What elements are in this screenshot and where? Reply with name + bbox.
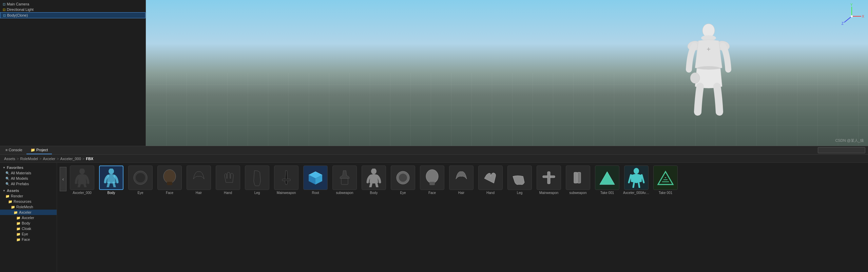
asset-item-leg[interactable]: Leg xyxy=(244,166,271,195)
asset-thumb-eye2 xyxy=(391,166,415,190)
svg-rect-20 xyxy=(167,182,172,185)
asset-item-leg2[interactable]: Leg xyxy=(506,166,533,195)
camera-icon: ⊡ xyxy=(3,2,5,6)
asset-thumb-hand xyxy=(216,166,240,190)
sidebar-item-resources[interactable]: 📁 Resources xyxy=(0,199,57,204)
asset-thumb-mainweapon2 xyxy=(537,166,561,190)
asset-thumb-body xyxy=(99,166,123,190)
folder-icon-render: 📁 xyxy=(5,194,9,198)
breadcrumb: Assets > RoleModel > Axceler > Axceler_0… xyxy=(0,155,868,163)
asset-thumb-face xyxy=(157,166,182,190)
folder-icon-resources: 📁 xyxy=(8,200,12,203)
asset-label-mainweapon2: Mainweapon xyxy=(539,191,559,195)
svg-point-31 xyxy=(426,170,438,183)
asset-label-take001: Take 001 xyxy=(600,191,614,195)
asset-item-take001[interactable]: Take 001 xyxy=(594,166,621,195)
asset-item-subweapon2[interactable]: subweapon xyxy=(564,166,592,195)
favorites-header: ▼ Favorites xyxy=(0,165,57,170)
svg-line-12 xyxy=(844,16,852,22)
asset-label-hand: Hand xyxy=(224,191,232,195)
sidebar-item-axceler[interactable]: 📁 Axceler xyxy=(0,210,57,215)
svg-line-40 xyxy=(642,175,644,182)
assets-triangle: ▼ xyxy=(3,189,5,192)
project-area: Assets > RoleModel > Axceler > Axceler_0… xyxy=(0,155,868,272)
sidebar-item-rolemesh[interactable]: 📁 RoleMesh xyxy=(0,204,57,210)
asset-item-body[interactable]: Body xyxy=(98,166,125,195)
asset-item-take001-2[interactable]: Take 001 xyxy=(652,166,679,195)
asset-label-leg: Leg xyxy=(254,191,260,195)
asset-item-face2[interactable]: Face xyxy=(419,166,446,195)
sidebar-item-face[interactable]: 📁 Face xyxy=(0,237,57,242)
asset-label-hand2: Hand xyxy=(486,191,495,195)
asset-item-mainweapon[interactable]: Mainweapon xyxy=(273,166,300,195)
hierarchy-item-main-camera[interactable]: ⊡ Main Camera xyxy=(0,1,146,7)
asset-label-eye2: Eye xyxy=(400,191,406,195)
asset-label-face2: Face xyxy=(428,191,436,195)
asset-item-hand[interactable]: Hand xyxy=(214,166,242,195)
sidebar-item-render[interactable]: 📁 Render xyxy=(0,193,57,199)
asset-label-leg2: Leg xyxy=(517,191,523,195)
svg-text:X: X xyxy=(862,15,864,18)
asset-item-mainweapon2[interactable]: Mainweapon xyxy=(535,166,562,195)
hierarchy-item-directional-light[interactable]: ⊡ Directional Light xyxy=(0,7,146,12)
svg-text:Z: Z xyxy=(842,22,844,25)
asset-thumb-take001 xyxy=(595,166,619,190)
tab-console[interactable]: ≡ Console xyxy=(1,147,26,154)
assets-section: ▼ Assets 📁 Render 📁 Resources 📁 RoleMesh… xyxy=(0,188,57,242)
asset-item-axceler-000[interactable]: Axceler_000 xyxy=(69,166,96,195)
svg-line-39 xyxy=(629,175,631,182)
asset-label-subweapon: subweapon xyxy=(336,191,353,195)
hierarchy-panel: ⊡ Main Camera ⊡ Directional Light ⊡ Body… xyxy=(0,0,146,146)
scroll-left-button[interactable]: ‹ xyxy=(60,167,66,191)
asset-label-axceler-000: Axceler_000 xyxy=(73,191,92,195)
svg-point-16 xyxy=(109,169,114,174)
sidebar-item-all-materials[interactable]: 🔍 All Materials xyxy=(0,170,57,176)
hierarchy-item-body-clone[interactable]: ⊡ Body(Clone) xyxy=(0,12,146,18)
svg-marker-37 xyxy=(600,172,615,184)
top-area: ⊡ Main Camera ⊡ Directional Light ⊡ Body… xyxy=(0,0,868,146)
tab-project[interactable]: 📁 Project xyxy=(26,147,52,154)
light-icon: ⊡ xyxy=(3,8,5,12)
asset-item-face[interactable]: Face xyxy=(156,166,183,195)
asset-item-hand2[interactable]: Hand xyxy=(477,166,504,195)
project-sidebar: ▼ Favorites 🔍 All Materials 🔍 All Models… xyxy=(0,163,57,272)
asset-item-subweapon[interactable]: subweapon xyxy=(331,166,358,195)
assets-header: ▼ Assets xyxy=(0,188,57,193)
sidebar-item-all-models[interactable]: 🔍 All Models xyxy=(0,176,57,181)
svg-point-38 xyxy=(634,168,639,174)
asset-thumb-eye xyxy=(128,166,153,190)
asset-label-face: Face xyxy=(166,191,173,195)
asset-item-hair2[interactable]: Hair xyxy=(448,166,475,195)
viewport[interactable]: X Y Z CSDN @某人_猿 xyxy=(146,0,868,146)
svg-rect-35 xyxy=(574,172,577,183)
watermark: CSDN @某人_猿 xyxy=(835,138,864,143)
asset-label-hair2: Hair xyxy=(458,191,464,195)
folder-icon-axceler: 📁 xyxy=(14,211,18,214)
asset-item-hair[interactable]: Hair xyxy=(185,166,212,195)
folder-icon-cloak: 📁 xyxy=(16,227,20,231)
viewport-gizmo: X Y Z xyxy=(838,3,865,30)
asset-item-body2[interactable]: Body xyxy=(360,166,387,195)
sidebar-item-axceler-sub[interactable]: 📁 Axceler xyxy=(0,215,57,220)
svg-point-19 xyxy=(163,170,176,183)
search-input[interactable] xyxy=(818,147,865,153)
folder-icon-face: 📁 xyxy=(16,238,20,241)
favorites-section: ▼ Favorites 🔍 All Materials 🔍 All Models… xyxy=(0,165,57,187)
sidebar-item-cloak[interactable]: 📁 Cloak xyxy=(0,226,57,231)
asset-item-axceler-ava[interactable]: Axceler_000Ava... xyxy=(623,166,650,195)
project-tab-icon: 📁 xyxy=(31,148,36,152)
asset-item-root[interactable]: Root xyxy=(302,166,329,195)
sidebar-item-body[interactable]: 📁 Body xyxy=(0,220,57,226)
folder-icon-eye: 📁 xyxy=(16,232,20,236)
search-icon: 🔍 xyxy=(5,171,9,175)
asset-item-eye2[interactable]: Eye xyxy=(389,166,417,195)
asset-item-eye[interactable]: Eye xyxy=(127,166,154,195)
asset-label-hair: Hair xyxy=(196,191,202,195)
svg-point-14 xyxy=(851,15,853,17)
sidebar-item-all-prefabs[interactable]: 🔍 All Prefabs xyxy=(0,181,57,187)
character-model xyxy=(678,20,739,136)
object-icon: ⊡ xyxy=(3,14,6,17)
sidebar-item-eye[interactable]: 📁 Eye xyxy=(0,231,57,237)
asset-label-subweapon2: subweapon xyxy=(569,191,586,195)
asset-label-mainweapon: Mainweapon xyxy=(277,191,296,195)
